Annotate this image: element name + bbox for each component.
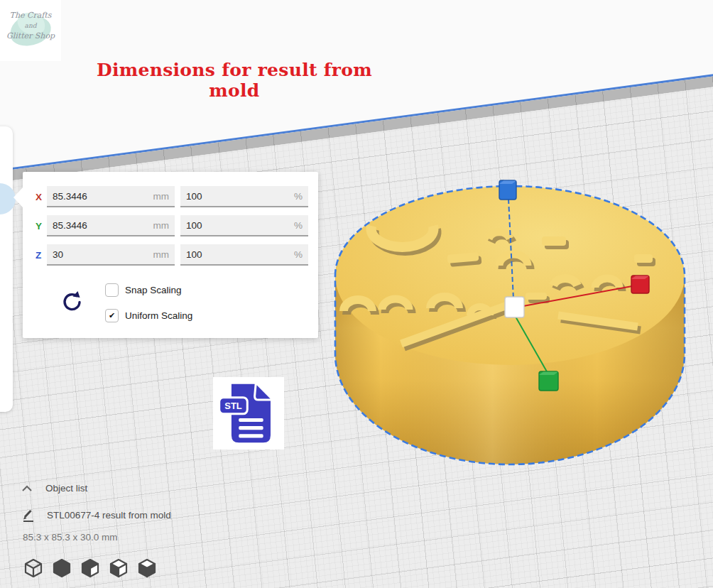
scale-row-x: X mm % — [36, 186, 308, 207]
shop-logo: The Crafts and Glitter Shop — [0, 0, 61, 61]
view-right-button[interactable] — [136, 557, 158, 578]
reset-scale-button[interactable] — [60, 290, 82, 312]
logo-text: The Crafts and Glitter Shop — [0, 10, 61, 42]
view-preset-toolbar — [23, 557, 158, 578]
left-toolbar — [0, 126, 13, 412]
chevron-up-icon — [21, 485, 33, 492]
z-mm-field: mm — [47, 244, 175, 266]
app-viewport: The Crafts and Glitter Shop Dimensions f… — [0, 0, 713, 588]
view-left-icon — [108, 557, 129, 578]
page-title: Dimensions for result from mold — [82, 60, 386, 101]
x-mm-field: mm — [47, 186, 175, 207]
view-top-icon — [80, 557, 101, 578]
z-percent-field: % — [180, 244, 308, 266]
object-list-title: Object list — [45, 483, 87, 494]
scale-row-y: Y mm % — [36, 215, 308, 236]
view-left-button[interactable] — [108, 557, 129, 578]
stl-file-icon: STL — [218, 381, 279, 445]
snap-scaling-label: Snap Scaling — [125, 285, 182, 295]
y-percent-input[interactable] — [180, 215, 308, 235]
stl-file-card: STL — [213, 377, 284, 450]
view-front-button[interactable] — [51, 557, 72, 578]
uniform-scaling-row: Uniform Scaling — [105, 308, 192, 322]
object-list-header[interactable]: Object list — [21, 483, 87, 494]
logo-line-1: The Crafts — [0, 10, 61, 21]
pencil-icon — [21, 508, 36, 522]
z-axis-label: Z — [36, 250, 47, 261]
view-front-icon — [51, 557, 72, 578]
snap-scaling-checkbox[interactable] — [105, 283, 119, 297]
x-percent-input[interactable] — [180, 186, 308, 206]
scale-handle-x[interactable] — [631, 276, 649, 293]
model-3d-view[interactable] — [312, 163, 713, 476]
z-percent-unit: % — [294, 249, 303, 260]
y-mm-unit: mm — [153, 220, 170, 231]
stl-badge-text: STL — [224, 401, 241, 411]
y-axis-label: Y — [36, 221, 47, 232]
scale-row-z: Z mm % — [36, 244, 308, 266]
y-percent-field: % — [180, 215, 308, 236]
scale-handle-center[interactable] — [505, 297, 524, 317]
view-top-button[interactable] — [80, 557, 101, 578]
view-3d-button[interactable] — [23, 557, 44, 578]
logo-line-2: and — [0, 21, 61, 31]
snap-scaling-row: Snap Scaling — [105, 283, 182, 297]
object-item-name: STL00677-4 result from mold — [47, 510, 171, 521]
object-dimensions: 85.3 x 85.3 x 30.0 mm — [23, 532, 118, 543]
object-dimensions-row: 85.3 x 85.3 x 30.0 mm — [21, 532, 118, 543]
view-3d-icon — [23, 557, 44, 578]
reset-counterclockwise-arrow-icon — [60, 290, 82, 312]
z-percent-input[interactable] — [180, 244, 308, 264]
x-axis-label: X — [36, 192, 47, 202]
scale-handle-z[interactable] — [499, 180, 516, 200]
scale-handle-y[interactable] — [539, 371, 558, 391]
y-mm-field: mm — [47, 215, 175, 236]
view-right-icon — [136, 557, 158, 578]
logo-line-3: Glitter Shop — [0, 31, 61, 42]
x-percent-field: % — [180, 186, 308, 207]
z-mm-unit: mm — [153, 249, 170, 260]
object-list-item[interactable]: STL00677-4 result from mold — [21, 508, 171, 522]
x-mm-unit: mm — [153, 191, 170, 202]
scale-tool-panel: X mm % Y mm % Z mm — [23, 172, 318, 338]
uniform-scaling-checkbox[interactable] — [105, 309, 119, 322]
uniform-scaling-label: Uniform Scaling — [125, 310, 192, 321]
x-percent-unit: % — [294, 191, 303, 202]
y-percent-unit: % — [294, 220, 303, 231]
